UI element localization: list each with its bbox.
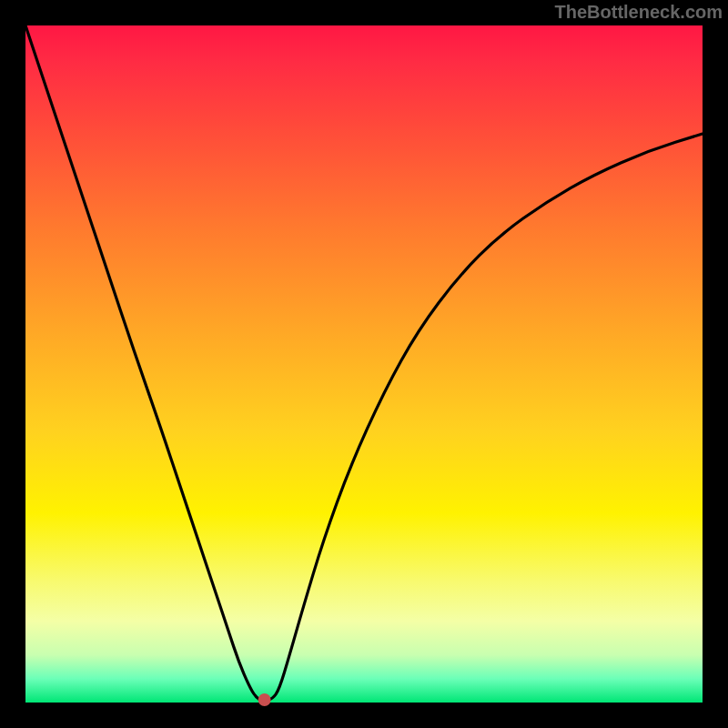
plot-background [25, 25, 703, 703]
watermark-text: TheBottleneck.com [555, 2, 723, 23]
chart-frame: TheBottleneck.com [0, 0, 728, 728]
bottleneck-chart [0, 0, 728, 728]
optimal-marker [258, 693, 271, 706]
